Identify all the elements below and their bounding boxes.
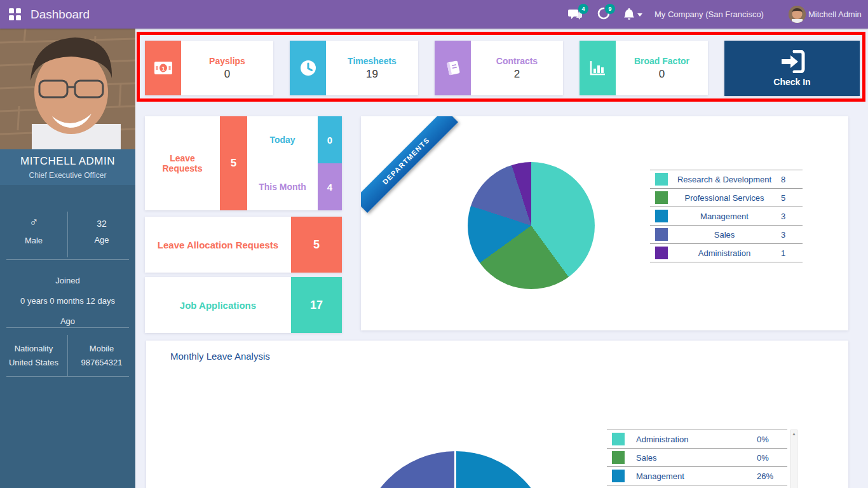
monthly-title: Monthly Leave Analysis <box>170 351 270 362</box>
gender-cell: ♂ Male <box>0 212 68 257</box>
employee-photo <box>0 29 135 149</box>
legend-swatch <box>655 210 668 222</box>
leave-allocation-count: 5 <box>291 217 342 273</box>
kpi-card-contracts[interactable]: Contracts 2 <box>435 41 563 95</box>
gender-label: Male <box>0 236 67 245</box>
legend-value: 26% <box>757 471 787 481</box>
kpi-card-payslips[interactable]: 1 Payslips 0 <box>145 41 273 95</box>
legend-swatch <box>655 191 668 204</box>
kpi-card-timesheets[interactable]: Timesheets 19 <box>290 41 418 95</box>
leave-today-count: 0 <box>318 116 342 163</box>
timesheets-label: Timesheets <box>348 56 397 66</box>
leave-allocation-card[interactable]: Leave Allocation Requests 5 <box>145 217 342 273</box>
joined-label: Joined <box>0 276 135 285</box>
leave-month-label: This Month <box>247 163 318 210</box>
job-applications-card[interactable]: Job Applications 17 <box>145 277 342 333</box>
legend-label: Administration <box>625 435 757 444</box>
legend-scrollbar[interactable]: ▲ <box>790 430 797 488</box>
legend-swatch <box>655 228 668 241</box>
legend-label: Professional Services <box>668 193 781 203</box>
legend-swatch <box>655 173 668 186</box>
check-in-button[interactable]: Check In <box>724 41 860 96</box>
mobile-label: Mobile <box>69 344 134 353</box>
contracts-value: 2 <box>514 68 520 81</box>
bar-chart-icon <box>589 60 607 76</box>
legend-swatch <box>612 470 625 482</box>
nationality-value: United States <box>1 358 66 367</box>
user-menu[interactable]: Mitchell Admin <box>808 0 862 29</box>
legend-row: Sales 0% <box>607 448 787 466</box>
legend-row: Management 26% <box>607 466 787 485</box>
contracts-iconblock <box>435 41 471 95</box>
age-label: Age <box>68 235 135 245</box>
svg-text:1: 1 <box>161 65 165 72</box>
joined-suffix: Ago <box>0 316 135 326</box>
kpi-card-broad-factor[interactable]: Broad Factor 0 <box>580 41 708 95</box>
scroll-up-icon[interactable]: ▲ <box>791 431 797 436</box>
monthly-leave-card: Monthly Leave Analysis Administration 0%… <box>146 341 848 488</box>
leave-month-count: 4 <box>318 163 342 210</box>
legend-row: Research & Development 8 <box>650 170 803 188</box>
top-navbar: Dashboard 4 9 My Company (San Francisco)… <box>0 0 868 29</box>
leave-today-label: Today <box>247 116 318 163</box>
user-avatar[interactable] <box>789 6 806 23</box>
legend-row: Management 3 <box>650 207 803 225</box>
legend-label: Administration <box>668 248 781 258</box>
nationality-mobile-row: Nationality United States Mobile 9876543… <box>0 335 135 376</box>
monthly-pie-divider <box>454 451 456 488</box>
job-applications-count: 17 <box>291 277 342 333</box>
legend-label: Sales <box>668 230 781 240</box>
age-cell: 32 Age <box>68 212 135 257</box>
timesheets-value: 19 <box>366 68 378 81</box>
employee-name: MITCHELL ADMIN <box>0 155 135 168</box>
legend-label: Management <box>625 471 757 481</box>
broad-factor-label: Broad Factor <box>634 56 689 66</box>
legend-label: Research & Development <box>668 175 781 184</box>
divider <box>6 376 129 377</box>
money-bill-icon: 1 <box>154 61 173 75</box>
sign-in-icon <box>779 50 806 73</box>
gender-age-row: ♂ Male 32 Age <box>0 212 135 257</box>
timesheets-iconblock <box>290 41 326 95</box>
legend-row: Administration 1 <box>650 243 803 262</box>
book-icon <box>445 60 461 76</box>
legend-label: Management <box>668 212 781 221</box>
departments-pie <box>468 162 595 289</box>
employee-role: Chief Executive Officer <box>0 171 135 180</box>
leave-requests-label: Leave Requests <box>145 116 220 210</box>
payslips-iconblock: 1 <box>145 41 181 95</box>
legend-row: Sales 3 <box>650 225 803 243</box>
user-avatar-image <box>789 6 806 23</box>
joined-block: Joined 0 years 0 months 12 days Ago <box>0 265 135 326</box>
nationality-label: Nationality <box>1 344 66 353</box>
nationality-cell: Nationality United States <box>0 335 68 376</box>
legend-value: 0% <box>757 435 787 444</box>
mobile-cell: Mobile 987654321 <box>68 335 135 376</box>
notifications-bell-icon[interactable] <box>623 8 635 20</box>
legend-value: 8 <box>781 175 803 184</box>
apps-menu-icon[interactable] <box>9 8 22 21</box>
legend-value: 1 <box>781 248 803 258</box>
male-icon: ♂ <box>0 215 67 229</box>
chevron-down-icon[interactable] <box>637 13 642 17</box>
divider <box>6 259 129 260</box>
payslips-value: 0 <box>224 68 230 81</box>
company-switcher[interactable]: My Company (San Francisco) <box>654 0 764 29</box>
legend-value: 0% <box>757 453 787 463</box>
legend-row: Professional Services 5 <box>650 188 803 207</box>
legend-value: 3 <box>781 230 803 240</box>
dashboard-screen: Dashboard 4 9 My Company (San Francisco)… <box>0 0 868 488</box>
legend-swatch <box>655 247 668 259</box>
legend-label: Sales <box>625 453 757 463</box>
joined-duration: 0 years 0 months 12 days <box>0 296 135 306</box>
contracts-label: Contracts <box>496 56 538 66</box>
departments-card: DEPARTMENTS Research & Development 8 Pro… <box>361 116 848 330</box>
app-title[interactable]: Dashboard <box>31 0 90 29</box>
legend-value: 5 <box>781 193 803 203</box>
legend-swatch <box>612 451 625 464</box>
activities-badge: 9 <box>605 4 615 14</box>
leave-requests-card[interactable]: Leave Requests 5 Today This Month 0 4 <box>145 116 342 210</box>
legend-value: 3 <box>781 212 803 221</box>
leave-requests-count: 5 <box>220 116 247 210</box>
employee-sidebar: MITCHELL ADMIN Chief Executive Officer ♂… <box>0 29 135 488</box>
